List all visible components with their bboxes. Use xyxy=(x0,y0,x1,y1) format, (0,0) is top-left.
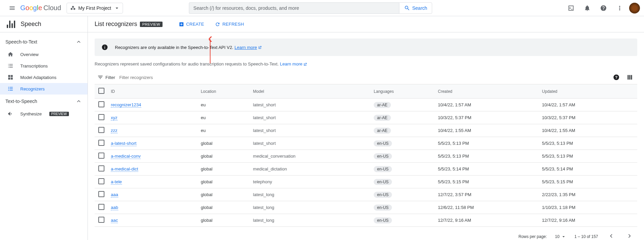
cell-created: 10/4/22, 1:55 AM xyxy=(435,124,539,137)
info-banner: Recognizers are only available in the Sp… xyxy=(95,38,637,56)
cell-model: latest_long xyxy=(250,214,371,227)
sidebar-group-stt[interactable]: Speech-to-Text xyxy=(0,35,88,49)
preview-badge: PREVIEW xyxy=(140,22,163,27)
table-row: aac global latest_long en-US 12/7/22, 9:… xyxy=(95,214,637,227)
row-checkbox[interactable] xyxy=(98,140,104,146)
synthesize-icon xyxy=(7,111,14,117)
columns-icon[interactable] xyxy=(626,74,633,81)
col-updated[interactable]: Updated xyxy=(539,84,637,99)
rows-per-page-select[interactable]: 10 xyxy=(555,234,566,239)
sidebar-item-label: Model Adaptations xyxy=(20,75,56,80)
cell-created: 5/5/23, 5:15 PM xyxy=(435,176,539,188)
select-all-checkbox[interactable] xyxy=(98,88,104,94)
sidebar-item-recognizers[interactable]: Recognizers xyxy=(0,83,88,95)
cell-model: telephony xyxy=(250,176,371,188)
sidebar-item-label: Recognizers xyxy=(20,86,45,91)
row-checkbox[interactable] xyxy=(98,114,104,120)
cell-location: global xyxy=(198,201,250,214)
cell-model: medical_dictation xyxy=(250,163,371,176)
sidebar-item-adaptations[interactable]: Model Adaptations xyxy=(0,72,88,83)
col-model[interactable]: Model xyxy=(250,84,371,99)
language-chip: en-US xyxy=(374,205,392,211)
next-page-button[interactable] xyxy=(624,231,635,240)
recognizer-id-link[interactable]: a-latest-short xyxy=(111,141,137,146)
speech-logo-icon xyxy=(7,21,15,28)
table-row: aaa global latest_long en-US 12/7/22, 3:… xyxy=(95,188,637,201)
cell-location: eu xyxy=(198,124,250,137)
refresh-icon xyxy=(215,22,220,27)
cell-model: latest_short xyxy=(250,99,371,111)
global-search-button[interactable]: Search xyxy=(399,2,432,14)
recognizer-id-link[interactable]: xyz xyxy=(111,115,118,121)
sidebar-item-label: Overview xyxy=(20,52,39,57)
recognizer-id-link[interactable]: aab xyxy=(111,205,118,210)
global-search-input[interactable]: Search (/) for resources, docs, products… xyxy=(189,2,399,14)
cell-updated: 5/5/23, 5:13 PM xyxy=(539,137,637,150)
row-checkbox[interactable] xyxy=(98,204,104,210)
page-title: List recognizers xyxy=(95,21,137,28)
row-checkbox[interactable] xyxy=(98,101,104,107)
cell-location: global xyxy=(198,150,250,163)
row-checkbox[interactable] xyxy=(98,127,104,133)
cell-created: 12/7/22, 9:16 AM xyxy=(435,214,539,227)
cell-model: latest_short xyxy=(250,111,371,124)
cell-created: 5/5/23, 5:14 PM xyxy=(435,163,539,176)
col-id[interactable]: ID xyxy=(108,84,198,99)
recognizer-id-link[interactable]: a-tele xyxy=(111,179,122,185)
cell-updated: 10/4/22, 1:57 AM xyxy=(539,99,637,111)
desc-learn-more-link[interactable]: Learn more xyxy=(280,61,307,66)
prev-page-button[interactable] xyxy=(606,231,616,240)
filter-input[interactable] xyxy=(119,75,609,80)
cell-updated: 12/7/22, 9:16 AM xyxy=(539,214,637,227)
recognizer-id-link[interactable]: recognizer1234 xyxy=(111,102,141,108)
notifications-icon[interactable] xyxy=(580,1,594,15)
hamburger-menu-icon[interactable] xyxy=(4,0,20,16)
hexagon-icon xyxy=(70,5,76,11)
col-location[interactable]: Location xyxy=(198,84,250,99)
cell-created: 5/5/23, 5:13 PM xyxy=(435,137,539,150)
cell-location: global xyxy=(198,176,250,188)
cell-created: 5/5/23, 5:13 PM xyxy=(435,150,539,163)
row-checkbox[interactable] xyxy=(98,153,104,159)
pagination: Rows per page: 10 1 – 10 of 157 xyxy=(95,227,637,240)
recognizer-id-link[interactable]: a-medical-conv xyxy=(111,154,141,159)
user-avatar[interactable] xyxy=(629,3,640,14)
cell-created: 10/3/22, 5:37 PM xyxy=(435,111,539,124)
sidebar-item-overview[interactable]: Overview xyxy=(0,49,88,60)
external-link-icon xyxy=(258,46,262,50)
row-checkbox[interactable] xyxy=(98,165,104,171)
help-icon[interactable] xyxy=(597,1,610,15)
row-checkbox[interactable] xyxy=(98,217,104,223)
recognizer-id-link[interactable]: a-medical-dict xyxy=(111,166,138,172)
sidebar-item-transcriptions[interactable]: Transcriptions xyxy=(0,60,88,72)
col-created[interactable]: Created xyxy=(435,84,539,99)
help-filled-icon[interactable]: ? xyxy=(613,74,620,81)
cell-model: latest_long xyxy=(250,188,371,201)
page-range: 1 – 10 of 157 xyxy=(574,234,598,239)
google-cloud-logo[interactable]: Google Cloud xyxy=(20,4,61,12)
sidebar-group-tts[interactable]: Text-to-Speech xyxy=(0,95,88,108)
cell-created: 12/6/22, 11:58 PM xyxy=(435,201,539,214)
language-chip: en-US xyxy=(374,217,392,223)
chevron-up-icon xyxy=(75,98,82,105)
cell-model: latest_short xyxy=(250,137,371,150)
recognizer-id-link[interactable]: aaa xyxy=(111,192,118,197)
create-button[interactable]: CREATE xyxy=(179,22,204,27)
recognizer-id-link[interactable]: aac xyxy=(111,218,118,223)
cell-updated: 10/4/22, 1:55 AM xyxy=(539,124,637,137)
col-languages[interactable]: Languages xyxy=(371,84,435,99)
chevron-down-icon xyxy=(114,5,120,11)
refresh-button[interactable]: REFRESH xyxy=(215,22,244,27)
more-vert-icon[interactable] xyxy=(613,1,626,15)
banner-learn-more-link[interactable]: Learn more xyxy=(234,45,262,50)
sidebar-item-synthesize[interactable]: Synthesize PREVIEW xyxy=(0,108,88,119)
table-row: a-tele global telephony en-US 5/5/23, 5:… xyxy=(95,176,637,188)
language-chip: en-US xyxy=(374,192,392,198)
cloud-shell-icon[interactable] xyxy=(564,1,578,15)
project-picker[interactable]: My First Project xyxy=(67,3,123,14)
row-checkbox[interactable] xyxy=(98,178,104,184)
recognizer-icon xyxy=(7,86,14,92)
recognizer-id-link[interactable]: zzz xyxy=(111,128,118,133)
row-checkbox[interactable] xyxy=(98,191,104,197)
recognizers-table: ID Location Model Languages Created Upda… xyxy=(95,84,637,227)
